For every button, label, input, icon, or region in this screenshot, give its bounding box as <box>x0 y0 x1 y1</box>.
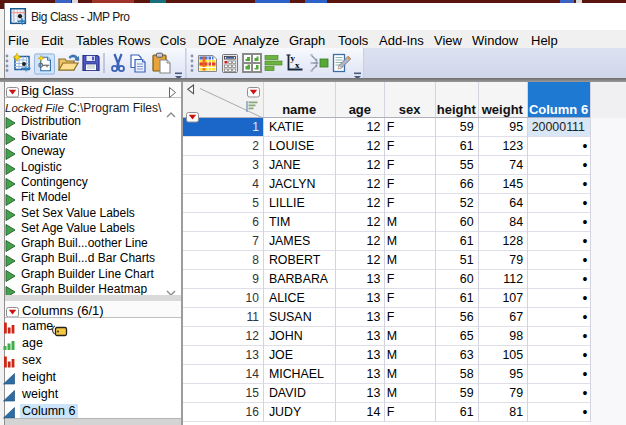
svg-text:x: x <box>295 60 300 70</box>
